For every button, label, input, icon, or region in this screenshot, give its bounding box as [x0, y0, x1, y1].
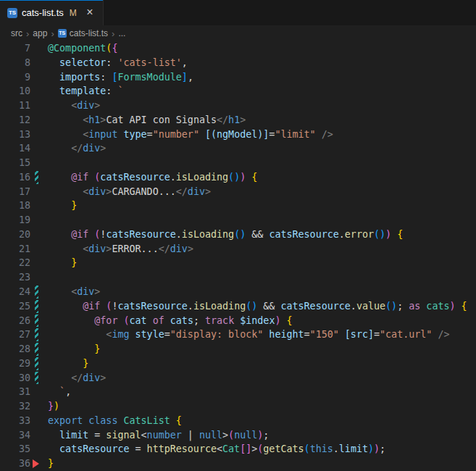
git-deleted-gutter-marker[interactable] [30, 457, 48, 471]
line-number[interactable]: 12 [0, 113, 30, 128]
gutter-space [30, 385, 48, 399]
code-line-32[interactable]: 32}) [0, 399, 476, 414]
git-modified-gutter-marker[interactable] [30, 170, 48, 185]
code-line-9[interactable]: 9 imports: [FormsModule], [0, 70, 476, 85]
code-token: </ [217, 114, 228, 125]
code-line-7[interactable]: 7@Component({ [0, 41, 476, 56]
code-token: selector [59, 57, 106, 68]
code-line-13[interactable]: 13 <input type="number" [(ngModel)]="lim… [0, 128, 476, 142]
line-number[interactable]: 30 [0, 371, 30, 385]
code-token: httpResource [147, 443, 217, 454]
breadcrumb-label: src [11, 28, 22, 38]
code-line-26[interactable]: 26 @for (cat of cats; track $index) { [0, 314, 476, 328]
code-line-34[interactable]: 34 limit = signal<number | null>(null); [0, 428, 476, 443]
code-line-10[interactable]: 10 template: ` [0, 84, 476, 99]
line-number[interactable]: 31 [0, 385, 30, 399]
code-line-16[interactable]: 16 @if (catsResource.isLoading()) { [0, 170, 476, 185]
line-number[interactable]: 27 [0, 328, 30, 342]
gutter-space [30, 199, 48, 213]
breadcrumb-item-cats-list-ts[interactable]: TScats-list.ts [58, 28, 108, 38]
line-number[interactable]: 18 [0, 199, 30, 213]
code-editor[interactable]: 7@Component({8 selector: 'cats-list',9 i… [0, 41, 476, 471]
code-line-21[interactable]: 21 <div>ERROR...</div> [0, 242, 476, 257]
line-number[interactable]: 19 [0, 213, 30, 228]
code-text: catsResource = httpResource<Cat[]>(getCa… [48, 442, 385, 457]
git-modified-gutter-marker[interactable] [30, 314, 48, 328]
line-number[interactable]: 17 [0, 185, 30, 199]
line-number[interactable]: 33 [0, 414, 30, 428]
code-line-25[interactable]: 25 @if (!catsResource.isLoading() && cat… [0, 299, 476, 314]
line-number[interactable]: 16 [0, 170, 30, 185]
code-line-24[interactable]: 24 <div> [0, 285, 476, 299]
close-icon[interactable]: × [83, 6, 97, 20]
code-line-17[interactable]: 17 <div>CARGANDO...</div> [0, 185, 476, 199]
code-token: . [170, 172, 176, 183]
code-line-28[interactable]: 28 } [0, 342, 476, 357]
code-line-23[interactable]: 23 [0, 270, 476, 285]
line-number[interactable]: 28 [0, 342, 30, 357]
breadcrumb-label: app [33, 28, 47, 38]
code-line-27[interactable]: 27 <img style="display: block" height="1… [0, 328, 476, 342]
line-number[interactable]: 36 [0, 457, 30, 471]
line-number[interactable]: 29 [0, 357, 30, 371]
line-number[interactable]: 26 [0, 314, 30, 328]
line-number[interactable]: 23 [0, 270, 30, 285]
code-token [48, 200, 71, 211]
line-number[interactable]: 35 [0, 442, 30, 457]
code-token [48, 229, 71, 240]
line-number[interactable]: 11 [0, 99, 30, 113]
line-number[interactable]: 9 [0, 70, 30, 85]
code-text: } [48, 357, 88, 371]
line-number[interactable]: 15 [0, 156, 30, 170]
line-number[interactable]: 14 [0, 141, 30, 156]
code-token: @if [83, 301, 100, 312]
code-line-20[interactable]: 20 @if (!catsResource.isLoading() && cat… [0, 228, 476, 242]
line-number[interactable]: 20 [0, 228, 30, 242]
line-number[interactable]: 7 [0, 41, 30, 56]
code-token: > [94, 100, 100, 111]
breadcrumb-item-src[interactable]: src [11, 28, 22, 38]
code-line-31[interactable]: 31 `, [0, 385, 476, 399]
breadcrumb-item-app[interactable]: app [33, 28, 47, 38]
gutter-space [30, 84, 48, 99]
git-modified-gutter-marker[interactable] [30, 328, 48, 342]
code-token: () [228, 172, 240, 183]
line-number[interactable]: 21 [0, 242, 30, 257]
code-line-18[interactable]: 18 } [0, 199, 476, 213]
code-line-15[interactable]: 15 [0, 156, 476, 170]
line-number[interactable]: 8 [0, 56, 30, 70]
code-token: "limit" [275, 129, 315, 140]
code-line-33[interactable]: 33export class CatsList { [0, 414, 476, 428]
code-line-12[interactable]: 12 <h1>Cat API con Signals</h1> [0, 113, 476, 128]
code-line-29[interactable]: 29 } [0, 357, 476, 371]
code-text: @if (!catsResource.isLoading() && catsRe… [48, 299, 467, 314]
code-line-19[interactable]: 19 [0, 213, 476, 228]
code-token: } [71, 200, 77, 211]
line-number[interactable]: 13 [0, 128, 30, 142]
breadcrumb-item-[interactable]: ... [118, 28, 125, 38]
tab-cats-list-ts[interactable]: TS cats-list.ts M × [0, 0, 104, 25]
code-line-14[interactable]: 14 </div> [0, 141, 476, 156]
git-modified-gutter-marker[interactable] [30, 357, 48, 371]
line-number[interactable]: 10 [0, 84, 30, 99]
code-line-35[interactable]: 35 catsResource = httpResource<Cat[]>(ge… [0, 442, 476, 457]
line-number[interactable]: 34 [0, 428, 30, 443]
git-modified-gutter-marker[interactable] [30, 371, 48, 385]
code-line-30[interactable]: 30 </div> [0, 371, 476, 385]
code-area: 7@Component({8 selector: 'cats-list',9 i… [0, 41, 476, 471]
line-number[interactable]: 25 [0, 299, 30, 314]
line-number[interactable]: 22 [0, 256, 30, 270]
code-line-11[interactable]: 11 <div> [0, 99, 476, 113]
code-text: @Component({ [48, 41, 117, 56]
code-text: imports: [FormsModule], [48, 70, 193, 85]
code-line-36[interactable]: 36} [0, 457, 476, 471]
code-token: > [240, 114, 246, 125]
line-number[interactable]: 24 [0, 285, 30, 299]
git-modified-gutter-marker[interactable] [30, 285, 48, 299]
line-number[interactable]: 32 [0, 399, 30, 414]
code-line-8[interactable]: 8 selector: 'cats-list', [0, 56, 476, 70]
code-token: 'cats-list' [117, 57, 181, 68]
code-line-22[interactable]: 22 } [0, 256, 476, 270]
git-modified-gutter-marker[interactable] [30, 299, 48, 314]
git-modified-gutter-marker[interactable] [30, 342, 48, 357]
